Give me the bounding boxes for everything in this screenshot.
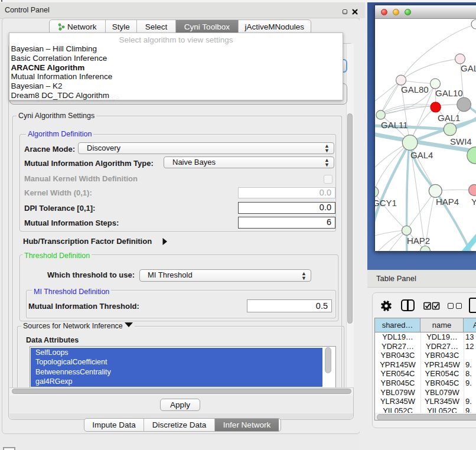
svg-text:HAP2: HAP2 [407,236,430,246]
svg-text:GAL4: GAL4 [410,150,433,160]
svg-text:GAL1: GAL1 [438,113,460,123]
svg-text:GAL80: GAL80 [401,84,429,94]
svg-text:YB: YB [471,197,476,207]
svg-text:GCY1: GCY1 [375,198,397,208]
svg-text:GAL11: GAL11 [381,120,408,130]
svg-text:SWI4: SWI4 [450,136,472,146]
svg-text:HAP4: HAP4 [436,197,459,207]
svg-text:GAL7: GAL7 [461,63,476,73]
svg-text:GAL10: GAL10 [435,88,463,98]
